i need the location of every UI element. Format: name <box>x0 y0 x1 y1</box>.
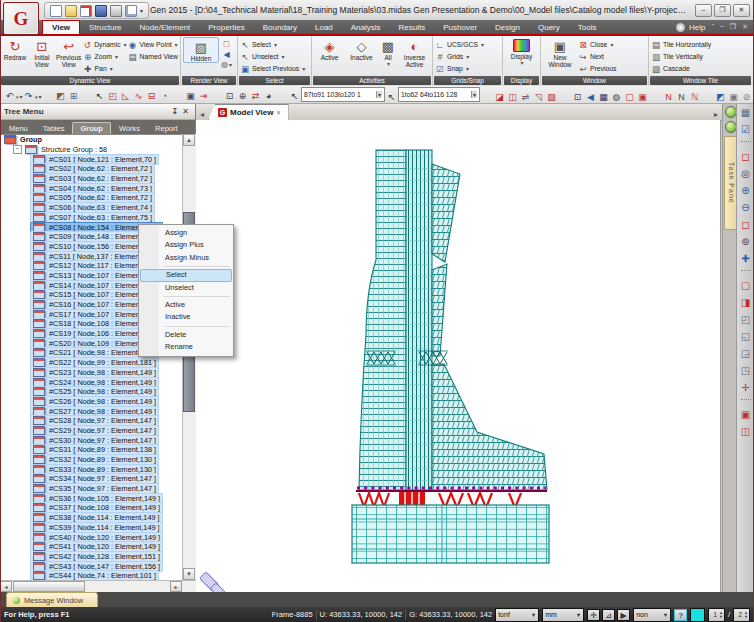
select-plane-icon[interactable]: ⊟ <box>145 90 158 103</box>
node-number-icon[interactable]: N <box>662 91 675 104</box>
ribbon-tab[interactable]: Query <box>529 20 569 34</box>
zoom-fit-icon[interactable]: ⊡ <box>571 91 584 104</box>
ribbon-tab[interactable]: Structure <box>80 20 130 34</box>
tile-horizontally-button[interactable]: ▤Tile Horizontally <box>651 39 711 50</box>
front-view-icon[interactable]: ▢ <box>739 279 753 293</box>
mdi-close-icon[interactable]: ✕ <box>740 23 750 31</box>
snap-mode-select[interactable]: non▼ <box>633 608 671 622</box>
tree-item[interactable]: #CS23 [ Node,98 : Element,149 ] <box>0 368 182 378</box>
select-recent-icon[interactable]: ⇥ <box>197 90 210 103</box>
pan-button[interactable]: ✚Pan <box>83 63 127 74</box>
select-polygon-icon[interactable]: ◺ <box>119 90 132 103</box>
new-window-icon[interactable]: ▣ <box>739 408 753 422</box>
new-window-button[interactable]: ▣New Window <box>543 37 577 69</box>
zoom-out-icon[interactable]: ⊖ <box>739 201 753 215</box>
scroll-up-icon[interactable]: ▲ <box>183 134 195 146</box>
tab-nav-left-icon[interactable]: ◂ <box>196 110 208 120</box>
select-inverse-icon[interactable]: ⇄ <box>249 90 262 103</box>
select-identity-icon[interactable]: ▣ <box>184 90 197 103</box>
tree-item[interactable]: #CS26 [ Node,98 : Element,149 ] <box>0 397 182 407</box>
side-view-icon[interactable]: ◨ <box>739 296 753 310</box>
minimize-button[interactable]: – <box>695 4 712 17</box>
context-menu-item[interactable] <box>164 266 230 267</box>
view-point-button[interactable]: ◉View Point <box>128 39 178 50</box>
named-view-button[interactable]: ▤Named View <box>128 51 178 62</box>
close-window-button[interactable]: ⊠Close <box>578 39 636 50</box>
ribbon-tab[interactable]: Node/Element <box>131 20 200 34</box>
ribbon-tab[interactable]: Tools <box>569 20 606 34</box>
next-window-button[interactable]: ↪Next <box>578 51 636 62</box>
all-button[interactable]: ▩All <box>378 37 398 68</box>
open-file-icon[interactable] <box>65 5 77 17</box>
ucs-move-icon[interactable]: ✛ <box>587 609 600 621</box>
context-menu-item[interactable]: Assign Plus <box>140 239 232 251</box>
tree-item[interactable]: #CS39 [ Node,114 : Element,149 ] <box>0 523 182 533</box>
tree-item[interactable]: #CS03 [ Node,62 : Element,72 ] <box>0 174 182 184</box>
tree-structure-group[interactable]: − Structure Group : 58 <box>0 145 182 155</box>
element-number-icon[interactable]: N <box>675 91 688 104</box>
guide-icon[interactable]: ▣ <box>727 91 740 104</box>
collapse-icon[interactable]: − <box>13 145 22 154</box>
scroll-right-icon[interactable]: ▸ <box>170 581 182 592</box>
render-globe-icon[interactable]: ◍ <box>221 60 232 69</box>
group-tree-icon[interactable]: ◩ <box>54 90 67 103</box>
find-icon[interactable]: ⊚ <box>739 235 753 249</box>
pin-icon[interactable]: ↧ <box>170 107 181 116</box>
previous-view-button[interactable]: ↩ Previous View <box>56 37 82 69</box>
select-button[interactable]: ↖Select <box>240 39 305 50</box>
lock-icon[interactable]: ⊘ <box>740 91 753 104</box>
tree-root[interactable]: Group <box>0 135 182 145</box>
scroll-left-icon[interactable]: ◂ <box>0 581 12 592</box>
help-label[interactable]: Help <box>689 23 705 32</box>
message-window-tab[interactable]: Message Window <box>6 592 98 607</box>
context-menu-item[interactable]: Unselect <box>140 282 232 294</box>
inactive-button[interactable]: ◇Inactive <box>346 37 377 61</box>
import-icon[interactable] <box>80 5 92 17</box>
ribbon-tab[interactable]: View <box>42 20 80 34</box>
run-icon[interactable]: ▶ <box>617 609 630 621</box>
cascade-button[interactable]: ▨Cascade <box>651 63 711 74</box>
ribbon-tab[interactable]: Properties <box>199 20 253 34</box>
grids-button[interactable]: #Grids <box>435 51 484 62</box>
pick-element-icon[interactable]: ↖ <box>385 91 398 104</box>
context-menu-item[interactable]: Select <box>140 269 232 281</box>
mdi-minimize-icon[interactable]: − <box>718 23 726 31</box>
mdi-restore-icon[interactable]: ❐ <box>728 23 738 31</box>
context-menu-item[interactable]: Rename <box>140 341 232 353</box>
zoom-window-icon[interactable]: ◻ <box>739 150 753 164</box>
iso-view-2-icon[interactable]: ◱ <box>739 330 753 344</box>
select-volume-icon[interactable]: ◔ <box>158 90 171 103</box>
select-window-icon[interactable]: ◰ <box>106 90 119 103</box>
tree-item[interactable]: #CS35 [ Node,97 : Element,147 ] <box>0 484 182 494</box>
select-all-icon[interactable]: ⊡ <box>223 90 236 103</box>
previous-window-button[interactable]: ↩Previous <box>578 63 636 74</box>
force-unit-select[interactable]: tonf▼ <box>495 608 539 622</box>
ucs-gcs-button[interactable]: ∟UCS/GCS <box>435 39 484 50</box>
ribbon-tab[interactable]: Analysis <box>342 20 390 34</box>
ribbon-tab[interactable]: Pushover <box>434 20 486 34</box>
print-icon[interactable] <box>110 5 122 17</box>
tile-vertically-button[interactable]: ▥Tile Vertically <box>651 51 711 62</box>
activate-swap-icon[interactable]: ⇌ <box>519 91 532 104</box>
select-add-icon[interactable]: ⊕ <box>236 90 249 103</box>
ribbon-tab[interactable]: Results <box>390 20 435 34</box>
context-menu-item[interactable]: Active <box>140 299 232 311</box>
grid-icon[interactable]: ▦ <box>739 106 753 120</box>
zoom-in-icon[interactable]: ⊕ <box>739 184 753 198</box>
close-button[interactable]: ✕ <box>733 4 750 17</box>
tree-item[interactable]: #CS42 [ Node,128 : Element,151 ] <box>0 552 182 562</box>
snap-button[interactable]: ☑Snap <box>435 63 484 74</box>
tree-vertical-scrollbar[interactable]: ▲ ▼ <box>182 134 196 580</box>
iso-view-3-icon[interactable]: ◲ <box>739 347 753 361</box>
select-region-icon[interactable]: ◻ <box>739 218 753 232</box>
undo-icon[interactable]: ↶ <box>3 90 16 103</box>
save-icon[interactable] <box>95 5 107 17</box>
inactivate-icon[interactable]: ◫ <box>506 91 519 104</box>
hscroll-thumb[interactable] <box>13 581 85 592</box>
iso-view-1-icon[interactable]: ◰ <box>739 313 753 327</box>
snap-check-icon[interactable]: ☑ <box>739 123 753 137</box>
context-menu-item[interactable] <box>164 296 230 297</box>
select-previous-button[interactable]: ▣Select Previous <box>240 63 305 74</box>
unselect-button[interactable]: ↖Unselect <box>240 51 305 62</box>
select-prev-icon[interactable]: ◕ <box>262 90 275 103</box>
